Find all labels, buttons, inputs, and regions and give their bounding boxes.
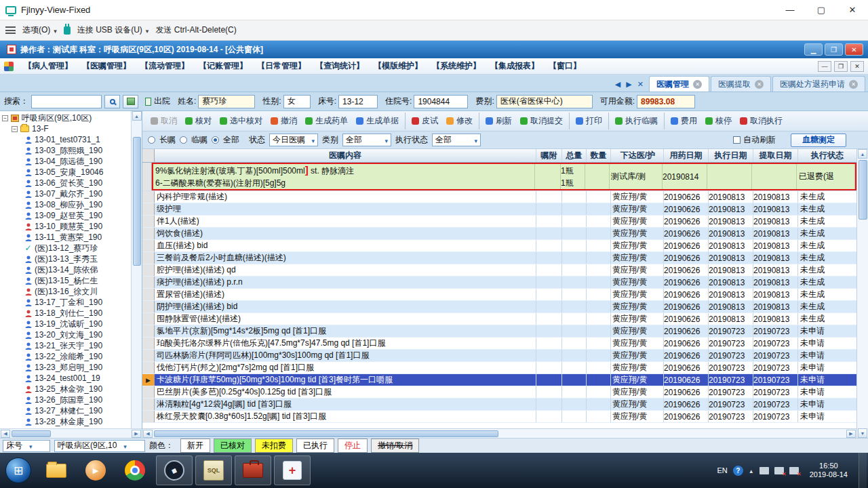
tree-vertical-scrollbar[interactable]: ▲: [131, 111, 142, 428]
tree-patient-item[interactable]: 13-17_丁金和_190: [0, 297, 131, 308]
radio-temp-order[interactable]: [180, 136, 187, 144]
table-row[interactable]: ▶ 内科护理常规(描述) 黄应翔/黄 20190626 20190813 201…: [142, 191, 856, 203]
radio-all-orders[interactable]: [212, 136, 219, 144]
table-row[interactable]: ▶ 卡波糖片(拜唐苹50mg)[50mg*30s]100mg tid [首3]餐…: [142, 374, 856, 386]
tree-patient-item[interactable]: 13-08_柳应孙_190: [0, 199, 131, 210]
ward-select[interactable]: 呼吸病区(9区,10: [54, 440, 145, 452]
col-note[interactable]: 嘱附: [536, 149, 562, 162]
taskbar-toolbox-app[interactable]: [235, 455, 271, 485]
table-row[interactable]: ▶ 巴丝肼片(美多芭)[0.25g*40s]0.125g tid [首3]口服 …: [142, 386, 856, 399]
tree-patient-item[interactable]: (医)13-16_徐文川: [0, 286, 131, 297]
document-tab[interactable]: 医嘱处方退药申请: [772, 76, 865, 92]
scroll-up-icon[interactable]: ▲: [858, 149, 867, 159]
taskbar-clock[interactable]: 16:50 2019-08-14: [804, 462, 853, 479]
tab-close-all-icon[interactable]: ✕: [637, 80, 644, 89]
col-exec-status[interactable]: 执行状态: [798, 149, 856, 162]
taskbar-vnc-viewer[interactable]: [156, 455, 193, 485]
radio-temp-order-label[interactable]: 临嘱: [191, 134, 208, 146]
help-icon[interactable]: ?: [733, 466, 743, 476]
grid-horizontal-scrollbar[interactable]: ◀ ▶: [142, 428, 856, 438]
table-row[interactable]: ▶ 伐他汀钙片(邦之)[2mg*7s]2mg qd [首1]口服 黄应翔/黄 2…: [142, 362, 856, 374]
app-menu-item[interactable]: 【病人管理】: [19, 59, 77, 73]
sync-error-icon[interactable]: [789, 467, 799, 474]
scrollbar-thumb[interactable]: [154, 430, 498, 437]
tree-patient-item[interactable]: 13-07_戴尔齐_190: [0, 188, 131, 199]
radio-long-order[interactable]: [148, 136, 155, 144]
menu-options[interactable]: 选项(O): [22, 24, 57, 36]
search-input[interactable]: [31, 95, 102, 108]
radio-all-orders-label[interactable]: 全部: [223, 134, 239, 146]
tree-patient-item[interactable]: 13-28_林金康_190: [0, 416, 131, 427]
app-close-button[interactable]: [845, 43, 863, 56]
tree-patient-item[interactable]: 13-21_张天宇_190: [0, 340, 131, 351]
export-button[interactable]: [123, 95, 138, 108]
toolbar-button[interactable]: 修改: [442, 113, 477, 129]
search-button[interactable]: [104, 95, 120, 108]
toolbar-button[interactable]: 刷新: [479, 113, 516, 129]
maximize-button[interactable]: ▢: [806, 0, 837, 20]
tree-patient-item[interactable]: 13-11_黄惠荣_190: [0, 232, 131, 243]
tree-patient-item[interactable]: 13-18_刘仕仁_190: [0, 308, 131, 319]
toolbar-button[interactable]: 执行临嘱: [608, 113, 662, 129]
col-total[interactable]: 总量: [562, 149, 587, 162]
scrollbar-thumb[interactable]: [12, 430, 51, 437]
app-menu-item[interactable]: 【查询统计】: [311, 59, 369, 73]
app-menu-item[interactable]: 【医嘱管理】: [77, 59, 136, 73]
scroll-up-icon[interactable]: ▲: [132, 111, 142, 121]
mdi-minimize-button[interactable]: [818, 61, 831, 72]
toolbar-button[interactable]: 取消: [146, 113, 181, 129]
scroll-left-icon[interactable]: ◀: [1, 430, 10, 438]
tree-floor-node[interactable]: 13-F: [0, 123, 131, 134]
tab-close-icon[interactable]: [849, 80, 858, 89]
document-tab[interactable]: 医嘱管理: [649, 76, 709, 92]
tree-patient-item[interactable]: 13-23_郑启明_190: [0, 362, 131, 373]
mdi-restore-button[interactable]: [834, 61, 848, 72]
toolbar-button[interactable]: 撤消: [267, 113, 301, 129]
menu-ctrl-alt-delete[interactable]: 发送 Ctrl-Alt-Delete(C): [155, 24, 236, 36]
tree-patient-item[interactable]: (医)13-14_陈依俤: [0, 264, 131, 275]
toolbar-button[interactable]: 皮试: [405, 113, 442, 129]
show-desktop-button[interactable]: [859, 453, 867, 488]
toolbar-button[interactable]: 生成单据: [352, 113, 403, 129]
table-row[interactable]: ▶ 伴1人(描述) 黄应翔/黄 20190626 20190813 201908…: [142, 216, 856, 228]
app-menu-item[interactable]: 【集成报表】: [486, 59, 544, 73]
scrollbar-thumb[interactable]: [133, 137, 141, 266]
document-tab[interactable]: 医嘱提取: [711, 76, 771, 92]
tree-patient-item[interactable]: 13-04_陈远德_190: [0, 156, 131, 167]
tree-patient-item[interactable]: 13-01_test0731_1: [0, 134, 131, 145]
language-indicator[interactable]: EN: [717, 466, 728, 474]
col-qty[interactable]: 数量: [587, 149, 611, 162]
collapse-icon[interactable]: [12, 126, 18, 132]
tray-expand-icon[interactable]: [749, 466, 754, 475]
grid-vertical-scrollbar[interactable]: ▲ ▼: [856, 149, 868, 438]
toolbar-button[interactable]: 取消执行: [736, 113, 787, 129]
col-fetch-date[interactable]: 提取日期: [753, 149, 798, 162]
tree-patient-item[interactable]: (医)13-13_李秀玉: [0, 253, 131, 264]
tree-patient-item[interactable]: 13-09_赵登英_190: [0, 210, 131, 221]
table-row[interactable]: ▶ 腔护理(描述)(描述) qd 黄应翔/黄 20190626 20190813…: [142, 264, 856, 277]
app-menu-item[interactable]: 【系统维护】: [427, 59, 486, 73]
tree-patient-item[interactable]: 13-10_顾慧英_190: [0, 221, 131, 232]
tree-horizontal-scrollbar[interactable]: ◀ ▶: [0, 428, 142, 438]
table-row[interactable]: ▶ 淋清颗粒[4g*12袋]4g[嘱] tid [首3]口服 黄应翔/黄 201…: [142, 399, 856, 411]
scroll-right-icon[interactable]: ▶: [132, 430, 141, 438]
toolbar-button[interactable]: 取消提交: [516, 113, 567, 129]
tree-patient-item[interactable]: 13-05_安康_19046: [0, 167, 131, 178]
col-exec-date[interactable]: 执行日期: [709, 149, 753, 162]
taskbar-explorer[interactable]: [38, 455, 75, 485]
taskbar-sql-server[interactable]: SQL: [195, 455, 232, 485]
tree-patient-item[interactable]: (医)13-15_杨仁生: [0, 275, 131, 286]
scroll-left-icon[interactable]: ◀: [143, 430, 153, 438]
scroll-right-icon[interactable]: ▶: [846, 430, 856, 438]
table-row[interactable]: ▶ 置尿管(描述)(描述) 黄应翔/黄 20190626 20190813 20…: [142, 289, 856, 301]
close-button[interactable]: ✕: [837, 0, 868, 20]
toolbar-button[interactable]: 核停: [701, 113, 736, 129]
auto-refresh-label[interactable]: 自动刷新: [743, 134, 776, 146]
tree-patient-item[interactable]: 13-19_沈诚昕_190: [0, 319, 131, 329]
app-menu-item[interactable]: 【记账管理】: [194, 59, 252, 73]
taskbar-chrome[interactable]: [117, 455, 153, 485]
app-menu-item[interactable]: 【窗口】: [544, 59, 586, 73]
app-menu-item[interactable]: 【日常管理】: [252, 59, 311, 73]
toolbar-button[interactable]: 核对: [181, 113, 216, 129]
table-row[interactable]: ▶ 三餐前及餐后2小时血糖(描述)(描述) 黄应翔/黄 20190626 201…: [142, 252, 856, 264]
